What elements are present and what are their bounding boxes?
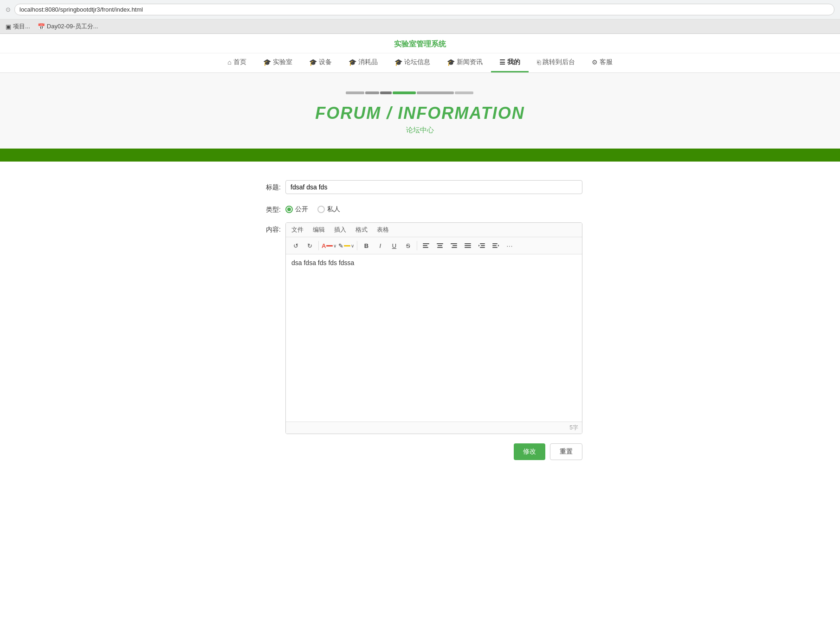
svg-rect-18 <box>492 247 498 248</box>
svg-rect-5 <box>437 247 443 248</box>
indent-button[interactable] <box>476 240 488 252</box>
radio-public-circle[interactable] <box>285 206 293 213</box>
editor-wrapper: 文件 编辑 插入 格式 表格 ↺ ↻ A <box>285 222 582 434</box>
menu-table[interactable]: 表格 <box>375 225 391 235</box>
redo-button[interactable]: ↻ <box>304 240 316 252</box>
content-label: 内容: <box>258 222 285 234</box>
nav-home[interactable]: ⌂ 首页 <box>219 53 254 72</box>
font-color-indicator <box>326 245 333 247</box>
svg-rect-1 <box>423 245 427 246</box>
nav-equipment-label: 设备 <box>319 58 332 66</box>
nav-bar: ⌂ 首页 🎓 实验室 🎓 设备 🎓 消耗品 🎓 论坛信息 🎓 新闻资讯 <box>0 53 840 72</box>
tab-project-label: 项目... <box>13 22 30 31</box>
service-icon: ⚙ <box>592 58 598 66</box>
loading-icon: ⊙ <box>6 6 11 13</box>
title-input[interactable] <box>285 180 582 194</box>
nav-consumables-label: 消耗品 <box>358 58 378 66</box>
nav-backend[interactable]: ⎗ 跳转到后台 <box>529 53 583 72</box>
menu-insert[interactable]: 插入 <box>332 225 348 235</box>
font-color-button[interactable]: A ∨ <box>322 242 336 249</box>
seg-6 <box>455 91 473 94</box>
editor-toolbar: ↺ ↻ A ∨ ✎ ∨ <box>286 237 582 254</box>
tab-project-icon: ▣ <box>6 23 11 30</box>
toolbar-sep-3 <box>417 241 417 250</box>
editor-menu-bar: 文件 编辑 插入 格式 表格 <box>286 223 582 237</box>
browser-tabs: ▣ 项目... 📅 Day02-09-员工分... <box>0 19 840 34</box>
tab-day02-label: Day02-09-员工分... <box>47 22 98 31</box>
nav-forum[interactable]: 🎓 论坛信息 <box>386 53 439 72</box>
forum-icon: 🎓 <box>394 58 402 66</box>
nav-lab-label: 实验室 <box>273 58 292 66</box>
nav-consumables[interactable]: 🎓 消耗品 <box>340 53 386 72</box>
url-bar[interactable]: localhost:8080/springbootdtjr3/front/ind… <box>14 4 834 15</box>
form-area: 标题: 类型: 公开 私人 <box>0 162 840 488</box>
editor-footer: 5字 <box>286 422 582 434</box>
menu-edit[interactable]: 编辑 <box>311 225 327 235</box>
align-left-button[interactable] <box>420 240 432 252</box>
menu-file[interactable]: 文件 <box>290 225 305 235</box>
radio-private-label: 私人 <box>327 205 340 214</box>
editor-content: dsa fdsa fds fds fdssa <box>291 259 576 266</box>
nav-lab[interactable]: 🎓 实验室 <box>255 53 301 72</box>
svg-rect-13 <box>481 245 485 246</box>
seg-1 <box>346 91 364 94</box>
modify-button[interactable]: 修改 <box>514 443 545 460</box>
hero-area: FORUM / INFORMATION 论坛中心 <box>0 73 840 149</box>
svg-rect-2 <box>423 247 428 248</box>
nav-mine[interactable]: ☰ 我的 <box>491 53 529 72</box>
seg-4 <box>393 91 416 94</box>
toolbar-sep-1 <box>318 241 319 250</box>
site-title: 实验室管理系统 <box>0 34 840 53</box>
backend-icon: ⎗ <box>537 58 541 66</box>
lab-icon: 🎓 <box>263 58 271 66</box>
title-row: 标题: <box>258 180 582 194</box>
more-button[interactable]: ··· <box>504 240 516 252</box>
equipment-icon: 🎓 <box>309 58 317 66</box>
underline-button[interactable]: U <box>388 240 400 252</box>
highlight-icon: ✎ <box>338 242 343 249</box>
nav-news[interactable]: 🎓 新闻资讯 <box>439 53 491 72</box>
tab-day02[interactable]: 📅 Day02-09-员工分... <box>38 22 98 31</box>
char-count: 5字 <box>569 424 578 431</box>
tab-day02-icon: 📅 <box>38 23 45 30</box>
align-center-button[interactable] <box>434 240 446 252</box>
toolbar-sep-2 <box>357 241 357 250</box>
align-justify-button[interactable] <box>462 240 474 252</box>
title-label: 标题: <box>258 180 285 192</box>
menu-format[interactable]: 格式 <box>354 225 369 235</box>
forum-subtitle: 论坛中心 <box>0 126 840 135</box>
forum-main-title: FORUM / INFORMATION <box>0 104 840 123</box>
svg-marker-19 <box>498 245 499 247</box>
browser-bar: ⊙ localhost:8080/springbootdtjr3/front/i… <box>0 0 840 19</box>
svg-rect-16 <box>492 243 498 244</box>
italic-button[interactable]: I <box>374 240 386 252</box>
svg-marker-15 <box>478 245 480 247</box>
green-divider <box>0 149 840 162</box>
nav-service[interactable]: ⚙ 客服 <box>583 53 621 72</box>
type-radio-group: 公开 私人 <box>285 202 340 214</box>
reset-button[interactable]: 重置 <box>550 443 582 460</box>
undo-button[interactable]: ↺ <box>290 240 302 252</box>
outdent-button[interactable] <box>490 240 502 252</box>
highlight-indicator <box>344 245 350 247</box>
tab-project[interactable]: ▣ 项目... <box>6 22 30 31</box>
seg-3 <box>380 91 392 94</box>
editor-body[interactable]: dsa fdsa fds fds fdssa <box>286 254 582 422</box>
svg-rect-7 <box>452 245 457 246</box>
radio-public[interactable]: 公开 <box>285 205 308 214</box>
align-right-button[interactable] <box>448 240 460 252</box>
highlight-button[interactable]: ✎ ∨ <box>338 242 354 249</box>
strikethrough-button[interactable]: S <box>402 240 414 252</box>
progress-bar-row <box>0 91 840 94</box>
progress-segments <box>346 91 494 94</box>
radio-private-circle[interactable] <box>317 206 325 213</box>
bold-button[interactable]: B <box>360 240 372 252</box>
radio-public-label: 公开 <box>295 205 308 214</box>
page-content: 实验室管理系统 ⌂ 首页 🎓 实验室 🎓 设备 🎓 消耗品 🎓 论坛信息 <box>0 34 840 617</box>
form-container: 标题: 类型: 公开 私人 <box>258 180 582 460</box>
nav-equipment[interactable]: 🎓 设备 <box>301 53 340 72</box>
svg-rect-9 <box>465 243 471 244</box>
radio-private[interactable]: 私人 <box>317 205 340 214</box>
type-row: 类型: 公开 私人 <box>258 202 582 214</box>
type-label: 类型: <box>258 202 285 214</box>
